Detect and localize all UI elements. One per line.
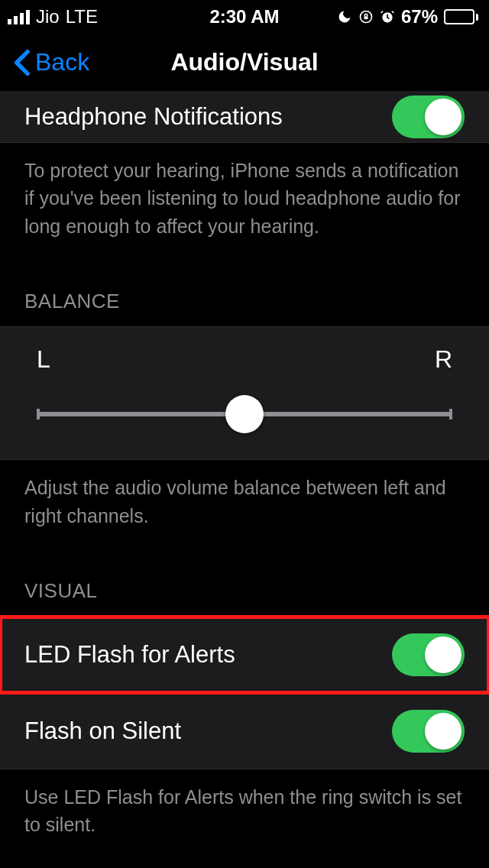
network-type-label: LTE [66,6,98,28]
battery-percent-label: 67% [401,6,438,28]
svg-rect-1 [364,16,368,19]
screen: Jio LTE 2:30 AM 67% Back [0,0,489,868]
balance-left-label: L [37,345,50,374]
signal-strength-icon [8,9,30,24]
flash-on-silent-label: Flash on Silent [24,717,181,745]
do-not-disturb-icon [337,9,352,24]
balance-footer: Adjust the audio volume balance between … [0,460,489,543]
balance-slider-thumb[interactable] [225,395,264,433]
flash-on-silent-row[interactable]: Flash on Silent [0,693,489,769]
back-button[interactable]: Back [14,48,89,76]
status-bar: Jio LTE 2:30 AM 67% [0,0,489,34]
navigation-bar: Back Audio/Visual [0,34,489,91]
balance-right-label: R [435,345,452,374]
carrier-label: Jio [36,6,60,28]
headphone-notifications-label: Headphone Notifications [24,103,283,131]
chevron-left-icon [14,49,31,76]
balance-section-header: BALANCE [0,254,489,327]
visual-section-header: VISUAL [0,543,489,617]
rotation-lock-icon [358,9,374,24]
content-scroll[interactable]: Headphone Notifications To protect your … [0,91,489,868]
balance-row: L R [0,326,489,460]
balance-slider[interactable] [37,395,452,433]
back-label: Back [35,48,89,76]
led-flash-for-alerts-toggle[interactable] [392,633,465,676]
headphone-notifications-toggle[interactable] [392,96,465,138]
headphone-notifications-row[interactable]: Headphone Notifications [0,91,489,143]
visual-footer: Use LED Flash for Alerts when the ring s… [0,769,489,853]
alarm-icon [380,9,395,24]
led-flash-for-alerts-label: LED Flash for Alerts [24,641,235,669]
led-flash-for-alerts-row[interactable]: LED Flash for Alerts [0,617,489,693]
battery-icon [444,9,478,24]
flash-on-silent-toggle[interactable] [392,710,465,753]
headphone-notifications-footer: To protect your hearing, iPhone sends a … [0,143,489,254]
